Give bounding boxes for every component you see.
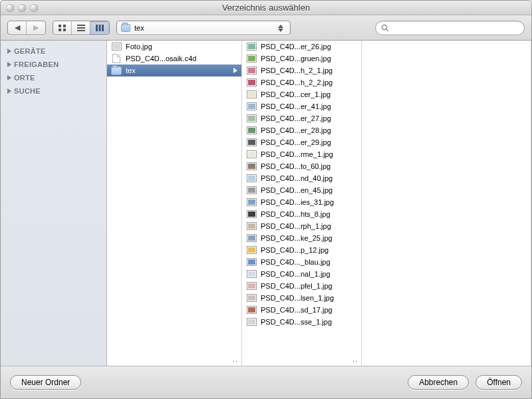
- search-icon: [381, 24, 388, 32]
- item-label: PSD_C4D...er_29.jpg: [261, 138, 357, 146]
- sidebar-header-shared[interactable]: FREIGABEN: [1, 58, 106, 71]
- path-label: tex: [134, 24, 144, 32]
- list-item[interactable]: PSD_C4D...osaik.c4d: [107, 53, 241, 65]
- svg-point-10: [382, 25, 387, 29]
- browser-body: GERÄTE FREIGABEN ORTE SUCHE Foto.jpgPSD_…: [1, 41, 531, 366]
- image-thumbnail-icon: [247, 318, 257, 326]
- list-item[interactable]: PSD_C4D...lsen_1.jpg: [242, 292, 361, 304]
- image-thumbnail-icon: [247, 234, 257, 242]
- list-item[interactable]: PSD_C4D...er_27.jpg: [242, 112, 361, 124]
- list-item[interactable]: PSD_C4D...er_29.jpg: [242, 136, 361, 148]
- bottom-bar: Neuer Ordner Abbrechen Öffnen: [1, 366, 531, 398]
- item-label: PSD_C4D...to_60.jpg: [261, 162, 357, 170]
- sidebar: GERÄTE FREIGABEN ORTE SUCHE: [1, 41, 107, 366]
- new-folder-button[interactable]: Neuer Ordner: [10, 375, 81, 390]
- item-label: PSD_C4D...osaik.c4d: [126, 55, 237, 63]
- item-label: PSD_C4D...pfel_1.jpg: [261, 282, 357, 290]
- column-view-icon: [95, 24, 104, 32]
- column-resize-handle[interactable]: ıı: [233, 358, 239, 364]
- image-thumbnail-icon: [247, 258, 257, 266]
- list-item[interactable]: PSD_C4D...h_2_2.jpg: [242, 76, 361, 88]
- item-label: PSD_C4D...er_26.jpg: [261, 43, 357, 51]
- item-label: PSD_C4D...rme_1.jpg: [261, 150, 357, 158]
- list-item[interactable]: PSD_C4D...er_26.jpg: [242, 41, 361, 53]
- list-item[interactable]: PSD_C4D...rme_1.jpg: [242, 148, 361, 160]
- item-label: tex: [126, 66, 229, 74]
- list-item[interactable]: PSD_C4D...er_28.jpg: [242, 124, 361, 136]
- column-view-button[interactable]: [90, 21, 109, 35]
- search-field[interactable]: [375, 21, 525, 35]
- list-item[interactable]: PSD_C4D...en_45.jpg: [242, 184, 361, 196]
- search-input[interactable]: [391, 24, 519, 32]
- chevron-right-icon: [233, 68, 237, 73]
- column-1[interactable]: Foto.jpgPSD_C4D...osaik.c4dtexıı: [107, 41, 242, 366]
- image-thumbnail-icon: [247, 162, 257, 170]
- svg-rect-0: [59, 25, 61, 27]
- item-label: PSD_C4D...er_27.jpg: [261, 114, 357, 122]
- cancel-button[interactable]: Abbrechen: [408, 375, 469, 390]
- path-popup[interactable]: tex: [116, 21, 291, 35]
- list-item[interactable]: PSD_C4D...gruen.jpg: [242, 53, 361, 65]
- list-item[interactable]: PSD_C4D...to_60.jpg: [242, 160, 361, 172]
- list-item[interactable]: PSD_C4D...h_2_1.jpg: [242, 65, 361, 76]
- forward-button[interactable]: ▶: [27, 21, 45, 35]
- column-2[interactable]: PSD_C4D...er_26.jpgPSD_C4D...gruen.jpgPS…: [242, 41, 362, 366]
- image-thumbnail-icon: [247, 246, 257, 254]
- list-item[interactable]: PSD_C4D..._blau.jpg: [242, 256, 361, 268]
- disclosure-triangle-icon: [7, 75, 11, 80]
- open-button[interactable]: Öffnen: [475, 375, 522, 390]
- list-item[interactable]: PSD_C4D...er_41.jpg: [242, 100, 361, 112]
- disclosure-triangle-icon: [7, 62, 11, 67]
- item-label: PSD_C4D...en_45.jpg: [261, 186, 357, 194]
- list-item[interactable]: tex: [107, 65, 241, 76]
- image-thumbnail-icon: [247, 282, 257, 290]
- sidebar-header-devices[interactable]: GERÄTE: [1, 45, 106, 58]
- image-thumbnail-icon: [247, 174, 257, 182]
- item-label: PSD_C4D...rph_1.jpg: [261, 222, 357, 230]
- list-item[interactable]: PSD_C4D...p_12.jpg: [242, 244, 361, 256]
- image-thumbnail-icon: [247, 222, 257, 230]
- item-label: PSD_C4D...ke_25.jpg: [261, 234, 357, 242]
- list-item[interactable]: PSD_C4D...pfel_1.jpg: [242, 280, 361, 292]
- column-resize-handle[interactable]: ıı: [352, 358, 358, 364]
- image-thumbnail-icon: [247, 306, 257, 314]
- icon-view-button[interactable]: [53, 21, 72, 35]
- list-item[interactable]: PSD_C4D...nal_1.jpg: [242, 268, 361, 280]
- list-item[interactable]: Foto.jpg: [107, 41, 241, 53]
- item-label: PSD_C4D...ies_31.jpg: [261, 198, 357, 206]
- list-item[interactable]: PSD_C4D...nd_40.jpg: [242, 172, 361, 184]
- svg-rect-1: [63, 25, 66, 27]
- back-button[interactable]: ◀: [8, 21, 27, 35]
- item-label: PSD_C4D...gruen.jpg: [261, 55, 357, 63]
- item-label: PSD_C4D...sse_1.jpg: [261, 318, 357, 326]
- folder-icon: [121, 24, 130, 32]
- list-item[interactable]: PSD_C4D...rph_1.jpg: [242, 220, 361, 232]
- item-label: PSD_C4D...hts_8.jpg: [261, 210, 357, 218]
- disclosure-triangle-icon: [7, 49, 11, 54]
- list-item[interactable]: PSD_C4D...sd_17.jpg: [242, 304, 361, 316]
- list-item[interactable]: PSD_C4D...ke_25.jpg: [242, 232, 361, 244]
- list-view-button[interactable]: [72, 21, 90, 35]
- list-view-icon: [76, 24, 86, 32]
- sidebar-header-search[interactable]: SUCHE: [1, 84, 106, 98]
- svg-rect-4: [77, 25, 85, 26]
- sidebar-header-places[interactable]: ORTE: [1, 71, 106, 84]
- image-thumbnail-icon: [247, 90, 257, 98]
- svg-rect-3: [63, 29, 66, 31]
- image-thumbnail-icon: [247, 43, 257, 51]
- column-3[interactable]: [362, 41, 531, 366]
- image-thumbnail-icon: [247, 198, 257, 206]
- image-thumbnail-icon: [247, 114, 257, 122]
- popup-arrows-icon: [278, 23, 287, 35]
- image-thumbnail-icon: [247, 55, 257, 63]
- list-item[interactable]: PSD_C4D...sse_1.jpg: [242, 316, 361, 328]
- image-thumbnail-icon: [247, 126, 257, 134]
- image-thumbnail-icon: [247, 210, 257, 218]
- list-item[interactable]: PSD_C4D...hts_8.jpg: [242, 208, 361, 220]
- titlebar: Verzeichnis auswählen: [1, 1, 531, 15]
- list-item[interactable]: PSD_C4D...ies_31.jpg: [242, 196, 361, 208]
- list-item[interactable]: PSD_C4D...cer_1.jpg: [242, 88, 361, 100]
- item-label: PSD_C4D...sd_17.jpg: [261, 306, 357, 314]
- svg-line-11: [386, 29, 388, 31]
- nav-arrows: ◀ ▶: [7, 21, 46, 35]
